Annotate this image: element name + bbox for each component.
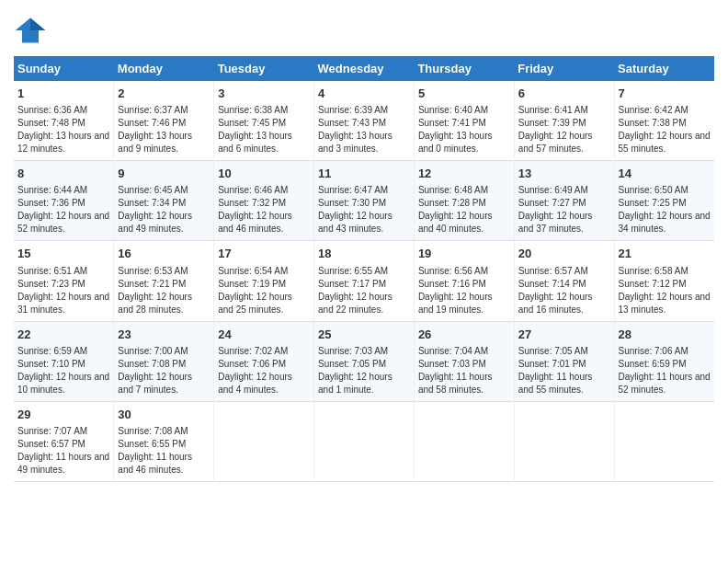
calendar-cell: 7Sunrise: 6:42 AMSunset: 7:38 PMDaylight… (614, 81, 714, 161)
calendar-cell: 20Sunrise: 6:57 AMSunset: 7:14 PMDayligh… (514, 241, 614, 321)
day-number: 6 (518, 86, 610, 102)
day-info: Sunrise: 6:41 AMSunset: 7:39 PMDaylight:… (518, 104, 610, 155)
calendar-cell: 6Sunrise: 6:41 AMSunset: 7:39 PMDaylight… (514, 81, 614, 161)
day-info: Sunrise: 6:45 AMSunset: 7:34 PMDaylight:… (118, 184, 210, 236)
calendar-cell (614, 401, 714, 481)
calendar-cell: 2Sunrise: 6:37 AMSunset: 7:46 PMDaylight… (114, 81, 214, 161)
day-number: 3 (218, 86, 310, 102)
calendar-cell: 12Sunrise: 6:48 AMSunset: 7:28 PMDayligh… (414, 161, 514, 241)
day-info: Sunrise: 6:37 AMSunset: 7:46 PMDaylight:… (118, 104, 210, 155)
calendar-cell: 23Sunrise: 7:00 AMSunset: 7:08 PMDayligh… (114, 321, 214, 401)
calendar-cell: 26Sunrise: 7:04 AMSunset: 7:03 PMDayligh… (414, 321, 514, 401)
calendar-cell (514, 401, 614, 481)
calendar-cell: 8Sunrise: 6:44 AMSunset: 7:36 PMDaylight… (14, 161, 114, 241)
calendar-cell (314, 401, 415, 481)
day-info: Sunrise: 6:57 AMSunset: 7:14 PMDaylight:… (518, 265, 610, 316)
day-number: 10 (218, 166, 310, 182)
calendar-cell: 5Sunrise: 6:40 AMSunset: 7:41 PMDaylight… (414, 81, 514, 161)
day-info: Sunrise: 6:39 AMSunset: 7:43 PMDaylight:… (318, 104, 410, 155)
day-number: 12 (418, 166, 510, 182)
day-number: 1 (17, 86, 109, 102)
day-info: Sunrise: 6:50 AMSunset: 7:25 PMDaylight:… (619, 184, 711, 236)
day-number: 20 (518, 246, 610, 262)
day-info: Sunrise: 6:49 AMSunset: 7:27 PMDaylight:… (518, 184, 610, 236)
day-number: 5 (418, 86, 510, 102)
calendar-cell: 21Sunrise: 6:58 AMSunset: 7:12 PMDayligh… (614, 241, 714, 321)
calendar-body: 1Sunrise: 6:36 AMSunset: 7:48 PMDaylight… (14, 81, 714, 481)
calendar-cell: 29Sunrise: 7:07 AMSunset: 6:57 PMDayligh… (14, 401, 114, 481)
day-number: 14 (619, 166, 711, 182)
calendar-cell: 24Sunrise: 7:02 AMSunset: 7:06 PMDayligh… (214, 321, 314, 401)
day-info: Sunrise: 7:02 AMSunset: 7:06 PMDaylight:… (218, 345, 310, 396)
day-info: Sunrise: 6:55 AMSunset: 7:17 PMDaylight:… (318, 265, 410, 316)
day-info: Sunrise: 6:58 AMSunset: 7:12 PMDaylight:… (619, 265, 711, 316)
day-info: Sunrise: 6:38 AMSunset: 7:45 PMDaylight:… (218, 104, 310, 155)
calendar-cell (214, 401, 314, 481)
day-number: 18 (318, 246, 410, 262)
day-number: 24 (218, 327, 310, 343)
day-number: 15 (17, 246, 109, 262)
calendar-cell: 17Sunrise: 6:54 AMSunset: 7:19 PMDayligh… (214, 241, 314, 321)
logo-icon (14, 14, 47, 47)
day-info: Sunrise: 6:40 AMSunset: 7:41 PMDaylight:… (418, 104, 510, 155)
day-header-wednesday: Wednesday (314, 56, 415, 81)
day-number: 19 (418, 246, 510, 262)
calendar-cell: 4Sunrise: 6:39 AMSunset: 7:43 PMDaylight… (314, 81, 415, 161)
calendar-cell (414, 401, 514, 481)
calendar-cell: 14Sunrise: 6:50 AMSunset: 7:25 PMDayligh… (614, 161, 714, 241)
day-info: Sunrise: 6:56 AMSunset: 7:16 PMDaylight:… (418, 265, 510, 316)
calendar-table: SundayMondayTuesdayWednesdayThursdayFrid… (14, 56, 714, 482)
calendar-cell: 28Sunrise: 7:06 AMSunset: 6:59 PMDayligh… (614, 321, 714, 401)
day-info: Sunrise: 7:04 AMSunset: 7:03 PMDaylight:… (418, 345, 510, 396)
day-info: Sunrise: 7:07 AMSunset: 6:57 PMDaylight:… (17, 425, 109, 477)
calendar-week-row: 8Sunrise: 6:44 AMSunset: 7:36 PMDaylight… (14, 161, 714, 241)
calendar-cell: 25Sunrise: 7:03 AMSunset: 7:05 PMDayligh… (314, 321, 415, 401)
day-number: 13 (518, 166, 610, 182)
day-number: 4 (318, 86, 410, 102)
calendar-header-row: SundayMondayTuesdayWednesdayThursdayFrid… (14, 56, 714, 81)
calendar-week-row: 22Sunrise: 6:59 AMSunset: 7:10 PMDayligh… (14, 321, 714, 401)
calendar-cell: 10Sunrise: 6:46 AMSunset: 7:32 PMDayligh… (214, 161, 314, 241)
day-info: Sunrise: 6:42 AMSunset: 7:38 PMDaylight:… (619, 104, 711, 155)
calendar-week-row: 29Sunrise: 7:07 AMSunset: 6:57 PMDayligh… (14, 401, 714, 481)
calendar-week-row: 15Sunrise: 6:51 AMSunset: 7:23 PMDayligh… (14, 241, 714, 321)
calendar-cell: 1Sunrise: 6:36 AMSunset: 7:48 PMDaylight… (14, 81, 114, 161)
day-number: 17 (218, 246, 310, 262)
day-info: Sunrise: 7:05 AMSunset: 7:01 PMDaylight:… (518, 345, 610, 396)
day-info: Sunrise: 6:59 AMSunset: 7:10 PMDaylight:… (17, 345, 109, 396)
calendar-cell: 13Sunrise: 6:49 AMSunset: 7:27 PMDayligh… (514, 161, 614, 241)
day-number: 22 (17, 327, 109, 343)
day-info: Sunrise: 7:03 AMSunset: 7:05 PMDaylight:… (318, 345, 410, 396)
day-number: 27 (518, 327, 610, 343)
day-number: 8 (17, 166, 109, 182)
calendar-cell: 27Sunrise: 7:05 AMSunset: 7:01 PMDayligh… (514, 321, 614, 401)
day-info: Sunrise: 6:47 AMSunset: 7:30 PMDaylight:… (318, 184, 410, 236)
day-info: Sunrise: 6:54 AMSunset: 7:19 PMDaylight:… (218, 265, 310, 316)
day-number: 26 (418, 327, 510, 343)
calendar-week-row: 1Sunrise: 6:36 AMSunset: 7:48 PMDaylight… (14, 81, 714, 161)
day-number: 7 (619, 86, 711, 102)
calendar-cell: 16Sunrise: 6:53 AMSunset: 7:21 PMDayligh… (114, 241, 214, 321)
calendar-cell: 9Sunrise: 6:45 AMSunset: 7:34 PMDaylight… (114, 161, 214, 241)
day-header-friday: Friday (514, 56, 614, 81)
day-info: Sunrise: 6:48 AMSunset: 7:28 PMDaylight:… (418, 184, 510, 236)
day-header-thursday: Thursday (414, 56, 514, 81)
day-info: Sunrise: 6:46 AMSunset: 7:32 PMDaylight:… (218, 184, 310, 236)
calendar-cell: 22Sunrise: 6:59 AMSunset: 7:10 PMDayligh… (14, 321, 114, 401)
day-number: 9 (118, 166, 210, 182)
calendar-cell: 11Sunrise: 6:47 AMSunset: 7:30 PMDayligh… (314, 161, 415, 241)
calendar-cell: 3Sunrise: 6:38 AMSunset: 7:45 PMDaylight… (214, 81, 314, 161)
calendar-cell: 19Sunrise: 6:56 AMSunset: 7:16 PMDayligh… (414, 241, 514, 321)
day-info: Sunrise: 6:36 AMSunset: 7:48 PMDaylight:… (17, 104, 109, 155)
day-number: 29 (17, 407, 109, 423)
day-header-tuesday: Tuesday (214, 56, 314, 81)
day-number: 16 (118, 246, 210, 262)
day-number: 11 (318, 166, 410, 182)
calendar-cell: 30Sunrise: 7:08 AMSunset: 6:55 PMDayligh… (114, 401, 214, 481)
day-header-saturday: Saturday (614, 56, 714, 81)
page-header (14, 14, 714, 47)
day-number: 21 (619, 246, 711, 262)
calendar-cell: 18Sunrise: 6:55 AMSunset: 7:17 PMDayligh… (314, 241, 415, 321)
day-number: 30 (118, 407, 210, 423)
day-info: Sunrise: 6:51 AMSunset: 7:23 PMDaylight:… (17, 265, 109, 316)
